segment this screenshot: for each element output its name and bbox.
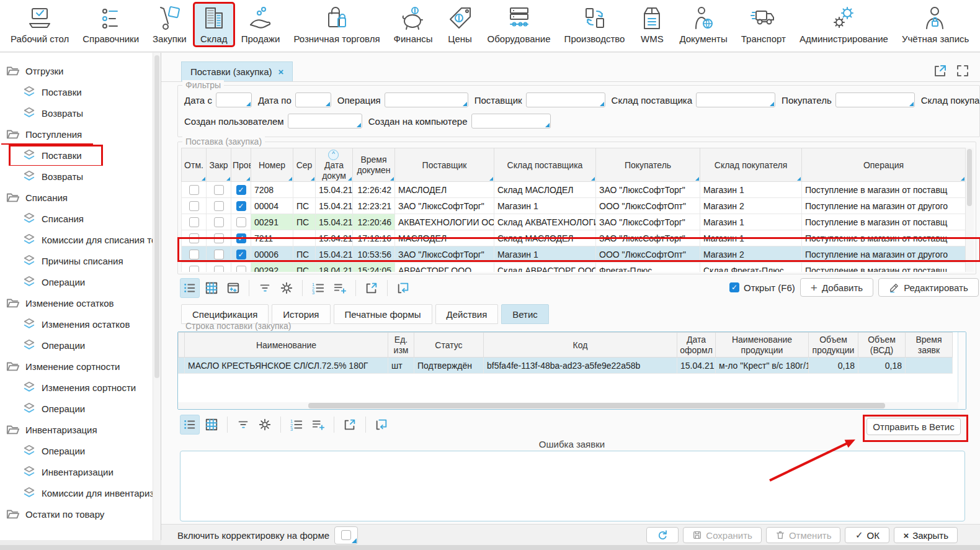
settings-icon[interactable] [277, 278, 296, 298]
row-checkbox[interactable] [236, 266, 246, 272]
supply-table[interactable]: Отм.ЗакрПровНомерСер^Дата докумВремя док… [181, 148, 965, 272]
line-column-header-7[interactable]: Объем (ВСД) [858, 333, 906, 358]
row-checkbox[interactable] [189, 217, 199, 227]
row-checkbox[interactable] [189, 233, 199, 243]
topbar-item-retail[interactable]: Розничная торговля [287, 3, 386, 46]
add-list-icon[interactable] [308, 415, 328, 435]
row-checkbox[interactable] [189, 201, 199, 211]
sidebar-item-3[interactable]: Поступления [0, 124, 153, 145]
calendar-view-icon[interactable] [223, 278, 243, 298]
supply-column-header-2[interactable]: Пров [231, 148, 251, 182]
numbered-list-icon[interactable]: 123 [308, 278, 328, 298]
topbar-item-equipment[interactable]: Оборудование [481, 3, 557, 46]
sidebar-item-11[interactable]: Изменение остатков [0, 292, 153, 313]
supply-row-1[interactable]: ✓00004ПС15.04.2112:23:21ЗАО "ЛюксСофтТор… [182, 198, 966, 214]
correction-checkbox[interactable] [341, 530, 351, 540]
supply-column-header-1[interactable]: Закр [207, 148, 231, 182]
topbar-item-prices[interactable]: Цены [440, 3, 480, 46]
sidebar-item-9[interactable]: Причины списания [0, 250, 153, 271]
row-checkbox[interactable] [214, 217, 224, 227]
sort-ascending-icon[interactable]: ^ [328, 150, 339, 160]
refresh-icon[interactable] [372, 415, 391, 435]
row-checkbox[interactable] [214, 250, 224, 259]
sidebar-item-15[interactable]: Изменения сортности [0, 377, 153, 398]
sidebar-item-1[interactable]: Поставки [0, 81, 153, 102]
line-column-header-5[interactable]: Наименование продукции [716, 333, 809, 358]
settings-icon[interactable] [255, 415, 275, 435]
open-filter-toggle[interactable]: ✓ Открыт (F6) [729, 282, 795, 293]
line-table-hscrollbar-thumb[interactable] [308, 403, 885, 408]
row-checkbox[interactable]: ✓ [236, 233, 246, 243]
filter-supplier-warehouse[interactable] [697, 93, 775, 107]
sidebar-item-13[interactable]: Операции [0, 335, 153, 356]
filter-supplier[interactable] [527, 93, 605, 107]
row-checkbox[interactable] [214, 185, 224, 195]
topbar-item-wms[interactable]: WMS [632, 3, 672, 46]
correction-checkbox-wrap[interactable] [334, 526, 358, 544]
supply-column-header-0[interactable]: Отм. [182, 148, 207, 182]
close-button[interactable]: × Закрыть [894, 527, 958, 543]
supply-column-header-6[interactable]: Время докумен [353, 148, 395, 182]
correction-toggle[interactable]: Включить корректировку на форме [177, 525, 358, 546]
open-checkbox[interactable]: ✓ [729, 282, 739, 292]
tab-supplies-purchase[interactable]: Поставки (закупка) × [181, 61, 293, 81]
sidebar-scrollbar[interactable] [153, 53, 161, 540]
row-checkbox[interactable] [214, 201, 224, 211]
supply-column-header-7[interactable]: Поставщик [395, 148, 494, 182]
supply-row-0[interactable]: ✓720815.04.2112:26:42МАСЛОДЕЛСклад МАСЛО… [182, 182, 966, 198]
row-checkbox[interactable] [214, 233, 224, 243]
row-checkbox[interactable] [236, 217, 246, 227]
sidebar-scrollbar-thumb[interactable] [154, 55, 159, 378]
line-column-header-6[interactable]: Объем продукции [809, 333, 858, 358]
sidebar-item-2[interactable]: Возвраты [0, 102, 153, 124]
filter-created-by-user[interactable] [288, 114, 362, 128]
line-column-header-0[interactable]: Наименование [185, 333, 388, 358]
topbar-item-documents[interactable]: Документы [673, 3, 733, 46]
supply-column-header-8[interactable]: Склад поставщика [494, 148, 596, 182]
filter-operation[interactable] [385, 93, 468, 107]
topbar-item-account[interactable]: Учётная запись [896, 3, 976, 46]
edit-button[interactable]: Редактировать [878, 278, 979, 297]
sidebar-item-14[interactable]: Изменение сортности [0, 356, 153, 377]
line-table[interactable]: НаименованиеЕд. измСтатусКодДата оформлН… [178, 332, 953, 374]
row-checkbox[interactable] [214, 266, 224, 272]
topbar-item-sales[interactable]: Продажи [235, 3, 287, 46]
ok-button[interactable]: ✓ ОК [845, 527, 889, 543]
add-list-icon[interactable] [330, 278, 350, 298]
detail-tab-2[interactable]: Печатные формы [334, 304, 432, 324]
supply-row-2[interactable]: 00291ПС15.04.2112:20:46АКВАТЕХНОЛОГИИ ОО… [182, 214, 966, 230]
add-button[interactable]: + Добавить [800, 278, 873, 297]
supply-column-header-5[interactable]: ^Дата докум [316, 148, 353, 182]
error-request-textarea[interactable] [180, 451, 965, 521]
refresh-button[interactable] [646, 527, 679, 543]
row-checkbox[interactable]: ✓ [236, 201, 246, 211]
open-in-window-icon[interactable] [933, 63, 948, 78]
sidebar-item-8[interactable]: Комиссии для списания товаров [0, 229, 153, 250]
line-column-header-2[interactable]: Статус [414, 333, 484, 358]
save-button[interactable]: Сохранить [683, 527, 762, 543]
refresh-icon[interactable] [393, 278, 413, 298]
topbar-item-purchases[interactable]: Закупки [146, 3, 193, 46]
grid-view-icon[interactable] [202, 415, 221, 435]
row-checkbox[interactable]: ✓ [236, 250, 246, 259]
row-checkbox[interactable] [189, 185, 199, 195]
supply-column-header-10[interactable]: Склад покупателя [700, 148, 802, 182]
sidebar-item-6[interactable]: Списания [0, 187, 153, 208]
cancel-button[interactable]: Отменить [766, 527, 841, 543]
detail-tab-4[interactable]: Ветис [501, 304, 549, 324]
supply-column-header-11[interactable]: Операция [802, 148, 966, 182]
tab-close-icon[interactable]: × [278, 66, 284, 77]
filter-date-from[interactable] [216, 93, 251, 107]
sidebar-item-19[interactable]: Инвентаризации [0, 461, 153, 482]
row-checkbox[interactable] [189, 266, 199, 272]
filter-buyer[interactable] [836, 93, 914, 107]
grid-view-icon[interactable] [202, 278, 221, 298]
line-row-0[interactable]: МАСЛО КРЕСТЬЯНСКОЕ СЛ/СЛ.72.5% 180ГштПод… [179, 358, 953, 374]
list-view-icon[interactable] [180, 278, 200, 298]
filter-created-on-computer[interactable] [472, 114, 550, 128]
open-window-icon[interactable] [362, 278, 381, 298]
filter-icon[interactable] [255, 278, 275, 298]
supply-row-4[interactable]: ✓00006ПС15.04.2110:53:56ЗАО "ЛюксСофтТор… [182, 246, 966, 263]
supply-row-3[interactable]: ✓721115.04.2117:12:16МАСЛОДЕЛСклад МАСЛО… [182, 230, 966, 246]
sidebar-item-16[interactable]: Операции [0, 398, 153, 419]
